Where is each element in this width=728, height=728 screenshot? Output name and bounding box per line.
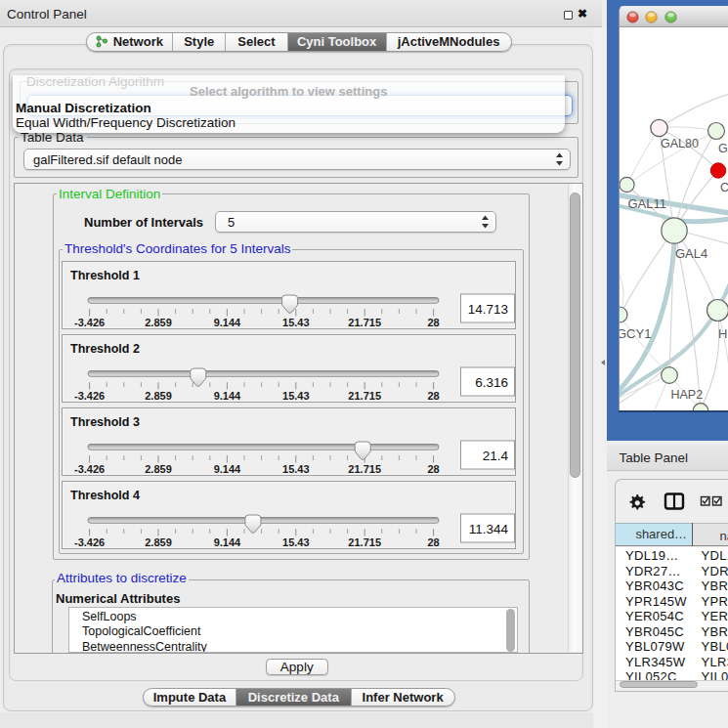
- svg-text:28: 28: [427, 317, 439, 328]
- svg-text:15.43: 15.43: [282, 317, 310, 328]
- svg-text:HAP2: HAP2: [671, 388, 704, 402]
- svg-text:-3.426: -3.426: [74, 463, 105, 475]
- svg-text:H: H: [718, 326, 727, 341]
- svg-text:21.715: 21.715: [348, 390, 381, 402]
- svg-text:GAL80: GAL80: [661, 137, 699, 150]
- svg-text:14.713: 14.713: [468, 302, 508, 317]
- svg-text:21.4: 21.4: [483, 449, 509, 463]
- svg-text:2.859: 2.859: [145, 536, 172, 548]
- svg-text:15.43: 15.43: [282, 390, 310, 402]
- svg-text:2.859: 2.859: [145, 317, 172, 328]
- svg-text:9.144: 9.144: [214, 390, 241, 402]
- svg-text:Threshold 4: Threshold 4: [70, 489, 140, 502]
- svg-text:2.859: 2.859: [145, 390, 172, 402]
- svg-text:-3.426: -3.426: [74, 390, 105, 402]
- svg-text:28: 28: [427, 536, 439, 548]
- svg-text:21.715: 21.715: [348, 536, 381, 548]
- svg-text:21.715: 21.715: [348, 317, 381, 328]
- svg-text:9.144: 9.144: [214, 463, 241, 475]
- svg-text:6.316: 6.316: [475, 375, 508, 390]
- svg-text:2.859: 2.859: [145, 463, 172, 475]
- svg-text:Threshold 2: Threshold 2: [70, 342, 140, 356]
- svg-text:Threshold 1: Threshold 1: [70, 269, 140, 282]
- svg-text:21.715: 21.715: [348, 463, 381, 475]
- svg-text:GAL4: GAL4: [675, 246, 707, 261]
- svg-text:C: C: [720, 181, 728, 194]
- svg-text:9.144: 9.144: [214, 317, 241, 328]
- svg-text:11.344: 11.344: [469, 522, 509, 536]
- svg-text:9.144: 9.144: [214, 536, 241, 548]
- svg-text:GA: GA: [718, 142, 728, 155]
- svg-text:-3.426: -3.426: [74, 317, 105, 328]
- svg-text:-3.426: -3.426: [74, 536, 105, 548]
- svg-text:28: 28: [427, 390, 439, 402]
- svg-text:GAL11: GAL11: [628, 196, 667, 211]
- svg-text:15.43: 15.43: [282, 536, 310, 548]
- svg-text:28: 28: [427, 463, 439, 475]
- svg-text:GCY1: GCY1: [619, 326, 651, 341]
- svg-text:Threshold 3: Threshold 3: [70, 415, 140, 429]
- svg-text:15.43: 15.43: [282, 463, 310, 475]
